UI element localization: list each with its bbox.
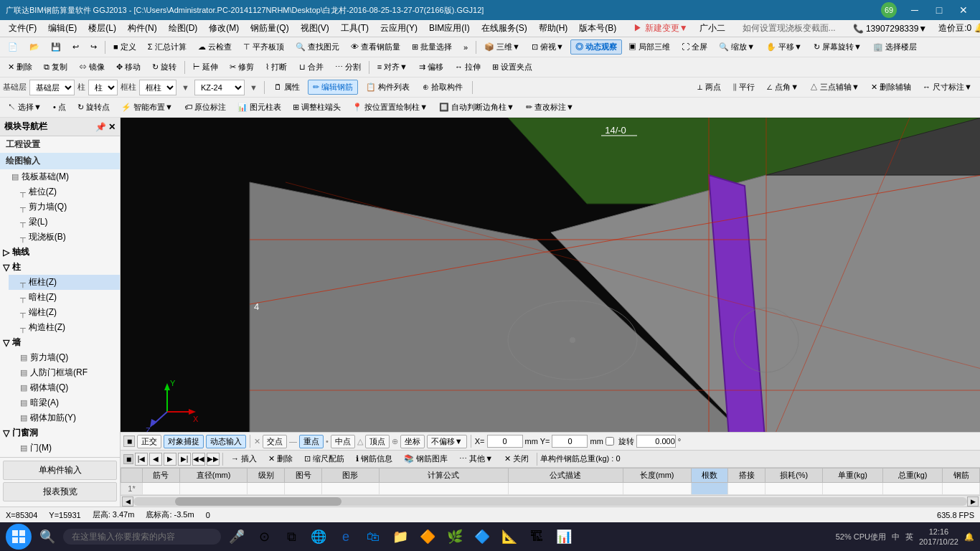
snap-heavy[interactable]: 重点 <box>299 435 324 448</box>
tb-property[interactable]: 🗒 属性 <box>269 80 305 95</box>
attr-type-select[interactable]: 柱 <box>88 80 118 95</box>
menu-phone[interactable]: 📞 13907298339▼ <box>847 22 933 35</box>
tb-stretch[interactable]: ↔ 拉伸 <box>450 60 486 75</box>
tb-cloud-check[interactable]: ☁ 云检查 <box>193 39 237 55</box>
tb-place-by-pos[interactable]: 📍 按位置置绘制柱▼ <box>347 100 433 115</box>
menu-bim[interactable]: BIM应用(I) <box>423 21 476 36</box>
tb-other[interactable]: ⋯ 其他▼ <box>454 451 498 466</box>
cell-rebar-num[interactable] <box>143 483 180 495</box>
menu-tools[interactable]: 工具(T) <box>335 21 374 36</box>
cell-total-weight[interactable] <box>882 483 942 495</box>
menu-cloud[interactable]: 云应用(Y) <box>374 21 423 36</box>
scroll-thumb[interactable] <box>175 497 341 506</box>
tb-rotate[interactable]: ↻ 旋转 <box>147 60 182 75</box>
menu-guangxiao[interactable]: 广小二 <box>694 21 731 36</box>
tb-find[interactable]: 🔍 查找图元 <box>291 39 344 55</box>
scroll-left-btn[interactable]: ◀ <box>122 496 133 507</box>
tree-item-door[interactable]: ▤ 门(M) <box>9 441 120 456</box>
tb-dynamic-view[interactable]: ◎ 动态观察 <box>570 39 622 55</box>
tb-more[interactable]: » <box>458 41 473 54</box>
taskbar-green-icon[interactable]: 🌿 <box>443 525 466 548</box>
tb-top-view[interactable]: ⊡ 俯视▼ <box>527 39 569 55</box>
tree-item-airdefwall[interactable]: ▤ 人防门框墙(RF <box>9 365 120 380</box>
tree-item-dark-col[interactable]: ┬ 暗柱(Z) <box>9 290 120 305</box>
angle-input[interactable] <box>636 435 676 448</box>
tb-mirror[interactable]: ⇔ 镜像 <box>74 60 110 75</box>
nav-prev2[interactable]: ◀◀ <box>192 453 205 466</box>
taskbar-notification-icon[interactable]: 🔔 <box>964 532 974 542</box>
taskbar-store-icon[interactable]: 🛍 <box>362 525 385 548</box>
tb-dim[interactable]: ↔ 尺寸标注▼ <box>918 80 977 95</box>
tb-delete[interactable]: ✕ 删除 <box>3 60 37 75</box>
tb-align[interactable]: ≡ 对齐▼ <box>372 60 413 75</box>
snap-lock-icon[interactable]: ◼ <box>123 435 135 447</box>
tb-fullscreen[interactable]: ⛶ 全屏 <box>677 39 712 55</box>
tb-redo[interactable]: ↪ <box>85 40 102 54</box>
tb-insert-rebar[interactable]: → 插入 <box>226 451 262 466</box>
taskbar-ie-icon[interactable]: e <box>334 525 357 548</box>
attr-id-select[interactable]: KZ-24 <box>194 80 245 95</box>
rebar-lock-icon[interactable]: ◼ <box>123 454 133 464</box>
start-button[interactable] <box>6 524 32 550</box>
close-button[interactable]: ✕ <box>953 3 974 17</box>
tb-view-rebar[interactable]: 👁 查看钢筋量 <box>346 39 405 55</box>
taskbar-app4-icon[interactable]: 📊 <box>552 525 575 548</box>
tb-define[interactable]: ■ 定义 <box>108 39 141 55</box>
cell-formula-desc[interactable] <box>508 483 623 495</box>
tb-rotate-point[interactable]: ↻ 旋转点 <box>72 100 115 115</box>
cell-diameter[interactable] <box>179 483 248 495</box>
tree-item-pile[interactable]: ┬ 桩位(Z) <box>9 184 120 199</box>
tree-group-axis[interactable]: ▷ 轴线 <box>0 245 120 260</box>
taskbar-task-icon[interactable]: ⧉ <box>280 525 303 548</box>
rotate-checkbox[interactable] <box>606 437 614 446</box>
tb-new[interactable]: 📄 <box>3 40 23 54</box>
y-input[interactable] <box>552 435 588 448</box>
menu-file[interactable]: 文件(F) <box>3 21 42 36</box>
tb-pick-component[interactable]: ⊕ 拾取构件 <box>418 80 468 95</box>
menu-draw[interactable]: 绘图(D) <box>163 21 204 36</box>
cell-count[interactable] <box>691 483 728 495</box>
sidebar-drawing[interactable]: 绘图输入 <box>0 153 120 169</box>
tree-item-masonry-rebar[interactable]: ▤ 砌体加筋(Y) <box>9 410 120 425</box>
tb-trim[interactable]: ✂ 修剪 <box>225 60 259 75</box>
tb-edit-rebar[interactable]: ✏ 编辑钢筋 <box>308 80 358 95</box>
attr-subtype-select[interactable]: 框柱 <box>139 80 176 95</box>
snap-vertex[interactable]: 顶点 <box>365 435 390 448</box>
cell-rebar-type[interactable] <box>943 483 980 495</box>
tb-point[interactable]: • 点 <box>48 100 71 115</box>
tree-group-wall[interactable]: ▽ 墙 <box>0 335 120 350</box>
menu-slab-info[interactable]: 如何设置现浇板变截面... <box>737 21 842 36</box>
tb-inplace-annot[interactable]: 🏷 原位标注 <box>179 100 231 115</box>
table-row[interactable]: 1* <box>121 483 980 495</box>
single-component-btn[interactable]: 单构件输入 <box>3 461 117 480</box>
maximize-button[interactable]: □ <box>928 3 950 17</box>
tb-point-angle[interactable]: ∠ 点角▼ <box>761 80 804 95</box>
cell-unit-weight[interactable] <box>823 483 882 495</box>
taskbar-search-input[interactable] <box>63 529 221 545</box>
cell-splice[interactable] <box>728 483 765 495</box>
cell-waste[interactable] <box>765 483 823 495</box>
taskbar-app2-icon[interactable]: 📐 <box>498 525 521 548</box>
x-input[interactable] <box>487 435 523 448</box>
snap-coord[interactable]: 坐标 <box>400 435 425 448</box>
tree-item-slab[interactable]: ┬ 现浇板(B) <box>9 230 120 245</box>
tb-undo[interactable]: ↩ <box>67 40 84 54</box>
tb-offset[interactable]: ⇉ 偏移 <box>414 60 448 75</box>
taskbar-browser-icon[interactable]: 🔶 <box>416 525 439 548</box>
tree-item-masonry[interactable]: ▤ 砌体墙(Q) <box>9 380 120 395</box>
menu-modify[interactable]: 修改(M) <box>203 21 245 36</box>
menu-view[interactable]: 视图(V) <box>295 21 335 36</box>
tb-column-table[interactable]: 📊 图元柱表 <box>232 100 286 115</box>
report-preview-btn[interactable]: 报表预览 <box>3 482 117 501</box>
tb-pan[interactable]: ✋ 平移▼ <box>761 39 807 55</box>
tb-adjust-end[interactable]: ⊞ 调整柱端头 <box>288 100 346 115</box>
snap-orthogonal[interactable]: 正交 <box>137 435 161 448</box>
menu-help[interactable]: 帮助(H) <box>533 21 574 36</box>
tb-open[interactable]: 📂 <box>24 40 44 54</box>
tb-rebar-info[interactable]: ℹ 钢筋信息 <box>351 451 397 466</box>
tb-split[interactable]: ⋯ 分割 <box>330 60 366 75</box>
tb-break[interactable]: ⌇ 打断 <box>260 60 292 75</box>
nav-next2[interactable]: ▶▶ <box>207 453 220 466</box>
menu-price[interactable]: 造价豆:0 🔔 <box>933 21 980 36</box>
tree-item-shearwall[interactable]: ┬ 剪力墙(Q) <box>9 199 120 215</box>
